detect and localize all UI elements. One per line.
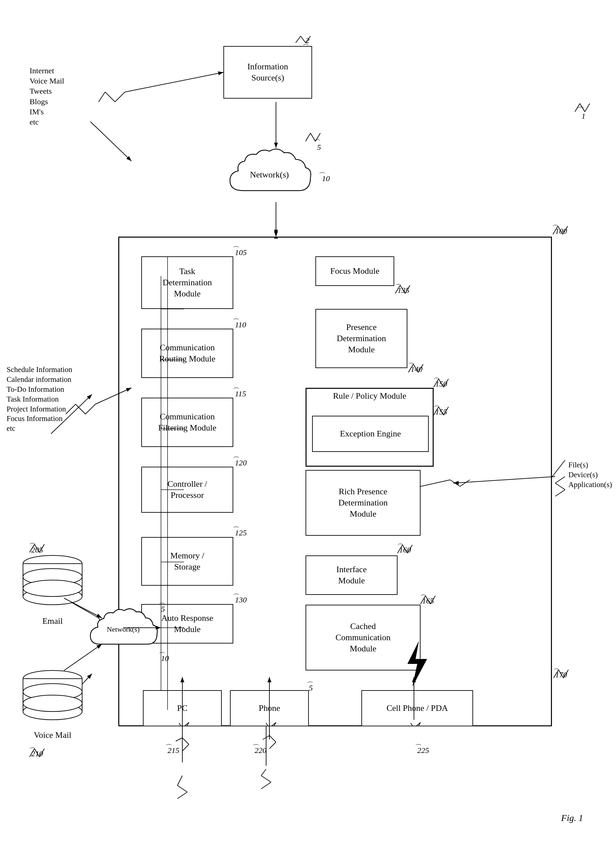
ref-2-mark: ⌒ <box>302 43 309 53</box>
right-bottom-label: File(s)Device(s)Application(s) <box>568 460 616 490</box>
information-source-box: InformationSource(s) <box>223 46 312 98</box>
presence-determination-label: PresenceDeterminationModule <box>337 322 386 355</box>
ref-220-mark: ⌒ <box>252 743 260 753</box>
ref-100-mark: ⌒ <box>552 223 559 234</box>
ref-215-mark: ⌒ <box>165 743 173 753</box>
rule-policy-label: Rule / Policy Module <box>309 391 430 401</box>
ref-130-mark: ⌒ <box>233 592 240 602</box>
ref-210-mark: ⌒ <box>29 746 36 756</box>
ref-205-mark: ⌒ <box>29 542 36 551</box>
left-top-label: InternetVoice MailTweetsBlogsIM'setc <box>29 66 95 127</box>
exception-engine-box: Exception Engine <box>312 416 429 452</box>
ref-150-mark: ⌒ <box>433 376 440 386</box>
ref-5-top-mark: ⌒ <box>314 138 321 148</box>
cached-communication-label: CachedCommunicationModule <box>336 621 391 654</box>
svg-line-63 <box>182 745 189 751</box>
ref-125-mark: ⌒ <box>233 525 240 535</box>
memory-storage-box: Memory /Storage <box>141 537 233 586</box>
communication-filtering-label: CommunicationFiltering Module <box>158 411 217 433</box>
svg-text:Network(s): Network(s) <box>107 625 139 633</box>
svg-line-35 <box>555 477 565 483</box>
svg-text:Network(s): Network(s) <box>250 170 289 179</box>
rich-presence-label: Rich PresenceDeterminationModule <box>338 486 388 519</box>
ref-135-mark: ⌒ <box>395 283 402 292</box>
svg-line-11 <box>261 769 266 775</box>
ref-155-mark: ⌒ <box>433 404 440 414</box>
voicemail-label: Voice Mail <box>23 730 82 740</box>
svg-point-44 <box>23 580 82 596</box>
svg-line-12 <box>261 775 271 782</box>
ref-110-mark: ⌒ <box>233 317 240 327</box>
focus-module-label: Focus Module <box>330 266 380 277</box>
left-bottom-label: Schedule InformationCalendar information… <box>7 365 92 433</box>
svg-point-49 <box>23 695 82 712</box>
network-bottom-cloud: Network(s) <box>85 605 161 656</box>
controller-processor-label: Controller /Processor <box>167 479 207 501</box>
task-determination-box: TaskDeterminationModule <box>141 256 233 309</box>
information-source-label: InformationSource(s) <box>247 61 288 84</box>
svg-line-65 <box>263 736 269 739</box>
focus-module-box: Focus Module <box>315 256 394 286</box>
ref-105-mark: ⌒ <box>233 245 240 255</box>
svg-line-7 <box>177 775 182 786</box>
ref-10-top-mark: ⌒ <box>319 171 326 181</box>
phone-label: Phone <box>259 703 280 714</box>
ref-165-mark: ⌒ <box>420 593 427 603</box>
ref-120-mark: ⌒ <box>233 455 240 465</box>
auto-response-label: Auto ResponseModule <box>161 612 213 635</box>
ref-170-mark: ⌒ <box>553 667 560 677</box>
memory-storage-label: Memory /Storage <box>170 550 204 573</box>
svg-line-66 <box>269 736 276 742</box>
svg-line-55 <box>301 36 305 43</box>
network-top-cloud: Network(s) <box>223 145 315 204</box>
email-label: Email <box>31 616 74 626</box>
phone-box: Phone <box>230 690 309 726</box>
ref-1-mark: ⌒ <box>575 105 584 117</box>
svg-line-25 <box>115 92 125 102</box>
cell-phone-label: Cell Phone / PDA <box>386 703 448 714</box>
svg-line-84 <box>585 104 590 112</box>
svg-line-26 <box>125 72 223 92</box>
ref-115-mark: ⌒ <box>233 386 240 396</box>
pc-box: PC <box>143 690 222 726</box>
communication-routing-label: CommunicationRouting Module <box>159 342 215 364</box>
interface-module-label: InterfaceModule <box>336 564 367 586</box>
svg-line-24 <box>105 92 115 102</box>
task-determination-label: TaskDeterminationModule <box>163 266 212 299</box>
interface-module-box: InterfaceModule <box>305 555 397 595</box>
svg-line-57 <box>305 133 311 141</box>
ref-140-mark: ⌒ <box>408 361 415 372</box>
cached-communication-box: CachedCommunicationModule <box>305 605 421 670</box>
svg-line-37 <box>555 490 565 496</box>
ref-10-bottom-mark: ⌒ <box>158 651 166 661</box>
pc-label: PC <box>177 703 188 714</box>
svg-line-8 <box>177 786 187 792</box>
svg-line-67 <box>269 742 276 749</box>
voicemail-cylinder <box>20 667 85 723</box>
communication-filtering-box: CommunicationFiltering Module <box>141 398 233 447</box>
svg-line-13 <box>261 782 271 789</box>
svg-line-23 <box>98 92 105 102</box>
svg-line-54 <box>296 36 301 43</box>
controller-processor-box: Controller /Processor <box>141 467 233 513</box>
cell-phone-box: Cell Phone / PDA <box>361 690 473 726</box>
svg-line-62 <box>182 738 189 745</box>
ref-5-phone-mark: ⌒ <box>307 680 314 690</box>
exception-engine-label: Exception Engine <box>340 428 401 439</box>
ref-160-mark: ⌒ <box>397 542 404 552</box>
ref-5-bottom-mark: ⌒ <box>158 601 166 611</box>
email-cylinder <box>20 552 85 608</box>
svg-line-9 <box>177 792 187 799</box>
presence-determination-box: PresenceDeterminationModule <box>315 309 408 368</box>
svg-line-4 <box>90 122 131 161</box>
ref-225-mark: ⌒ <box>415 743 422 753</box>
svg-line-61 <box>176 738 182 741</box>
svg-line-36 <box>555 483 565 490</box>
rich-presence-box: Rich PresenceDeterminationModule <box>305 470 421 536</box>
fig-label: Fig. 1 <box>561 813 583 823</box>
communication-routing-box: CommunicationRouting Module <box>141 329 233 378</box>
